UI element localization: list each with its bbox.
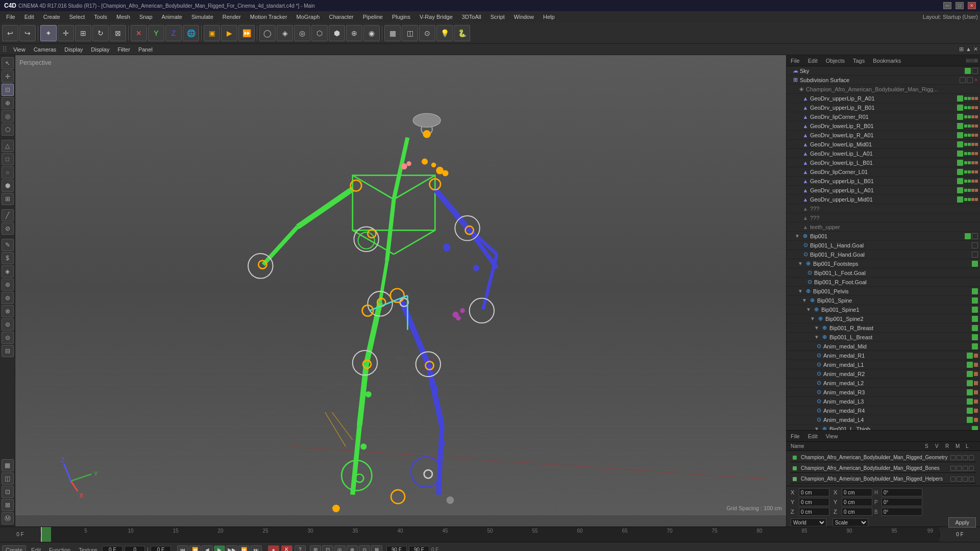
obj-row-geo2[interactable]: ▲ GeoDrv_upperLip_R_B01 xyxy=(787,103,980,112)
pelvis-expand[interactable]: ▼ xyxy=(798,288,803,294)
coord-h-val[interactable] xyxy=(881,488,922,496)
footsteps-expand[interactable]: ▼ xyxy=(798,261,803,266)
far2-1[interactable] xyxy=(967,371,973,377)
obj-row-spine1[interactable]: ▼ ⊕ Bip001_Spine1 xyxy=(787,305,980,314)
frb-1[interactable] xyxy=(972,325,978,331)
obj-row-geo5[interactable]: ▲ GeoDrv_lowerLip_R_A01 xyxy=(787,131,980,140)
subdiv-close[interactable]: ✕ xyxy=(974,77,978,83)
coord-world-select[interactable]: World Object Camera xyxy=(791,518,826,527)
transport-prev-key[interactable]: ⏪ xyxy=(189,545,201,552)
tool-10[interactable]: ⊞ xyxy=(2,193,14,205)
flag-sky-1[interactable] xyxy=(965,68,971,74)
tool-12[interactable]: ⊘ xyxy=(2,222,14,235)
toolbar-icon7[interactable]: ◉ xyxy=(363,25,380,41)
obj-row-rbreast[interactable]: ▼ ⊕ Bip001_R_Breast xyxy=(787,323,980,333)
coord-b-val[interactable] xyxy=(881,508,922,516)
menu-tools[interactable]: Tools xyxy=(90,13,111,21)
attr-row-bones[interactable]: Champion_Afro_American_Bodybuilder_Man_R… xyxy=(791,464,976,473)
obj-header-bookmarks[interactable]: Bookmarks xyxy=(871,58,903,64)
obj-row-geo3[interactable]: ▲ GeoDrv_lipCorner_R01 xyxy=(787,112,980,121)
obj-row-lbreast[interactable]: ▼ ⊕ Bip001_L_Breast xyxy=(787,333,980,342)
timeline-numbers[interactable]: 0 5 10 15 20 25 30 35 40 45 50 55 60 65 … xyxy=(41,527,939,542)
tool-13[interactable]: ✎ xyxy=(2,239,14,251)
fam-1[interactable] xyxy=(972,343,978,349)
coord-z-rot[interactable] xyxy=(842,508,872,516)
toolbar-scale[interactable]: ⊞ xyxy=(75,25,91,41)
fg9-1[interactable] xyxy=(957,169,963,175)
flag-subdiv-2[interactable] xyxy=(967,77,973,83)
menu-motion-tracker[interactable]: Motion Tracker xyxy=(246,13,291,21)
toolbar-python[interactable]: 🐍 xyxy=(454,25,470,41)
flh-1[interactable] xyxy=(972,242,978,248)
afh-2[interactable] xyxy=(957,477,962,482)
toolbar-icon9[interactable]: ◫ xyxy=(402,25,418,41)
tab-function[interactable]: Function xyxy=(46,546,74,552)
menu-vray[interactable]: V-Ray Bridge xyxy=(415,13,457,21)
obj-row-anim-mid[interactable]: ⊙ Anim_medal_Mid xyxy=(787,342,980,351)
obj-row-subdiv[interactable]: ⊞ Subdivision Surface ✕ xyxy=(787,76,980,85)
tab-texture[interactable]: Texture xyxy=(76,546,100,552)
fg6-1[interactable] xyxy=(957,141,963,147)
tool-17[interactable]: ⊚ xyxy=(2,292,14,304)
vt-icon3[interactable]: ✕ xyxy=(973,46,978,53)
vt-panel[interactable]: Panel xyxy=(136,46,155,53)
tool-move[interactable]: ✛ xyxy=(2,70,14,83)
frh-1[interactable] xyxy=(972,252,978,258)
fal3-1[interactable] xyxy=(967,398,973,405)
flb-1[interactable] xyxy=(972,334,978,340)
fbip-2[interactable] xyxy=(972,233,978,239)
rbreast-expand[interactable]: ▼ xyxy=(814,325,819,331)
afg-1[interactable] xyxy=(950,455,955,460)
obj-header-objects[interactable]: Objects xyxy=(824,58,847,64)
timeline-cursor[interactable] xyxy=(41,527,42,542)
fal4-1[interactable] xyxy=(967,417,973,423)
fsp2-1[interactable] xyxy=(972,316,978,322)
afb-3[interactable] xyxy=(963,466,968,471)
obj-row-geo10[interactable]: ▲ GeoDrv_upperLip_L_B01 xyxy=(787,177,980,186)
menu-window[interactable]: Window xyxy=(510,13,538,21)
toolbar-render-view[interactable]: ▶ xyxy=(221,25,237,41)
transport-r1[interactable]: ⊞ xyxy=(310,545,321,552)
afg-4[interactable] xyxy=(969,455,974,460)
fp-1[interactable] xyxy=(972,288,978,294)
tool-15[interactable]: ◈ xyxy=(2,265,14,278)
menu-script[interactable]: Script xyxy=(486,13,509,21)
transport-step-back[interactable]: ◀ xyxy=(202,545,213,552)
obj-header-tags[interactable]: Tags xyxy=(851,58,867,64)
fsp1-1[interactable] xyxy=(972,307,978,313)
fbip-1[interactable] xyxy=(965,233,971,239)
toolbar-z[interactable]: Z xyxy=(165,25,182,41)
viewport[interactable]: Perspective Grid Spacing : 100 cm xyxy=(15,55,786,527)
tool-bottom5[interactable]: Ⓜ xyxy=(2,512,14,524)
fg7-1[interactable] xyxy=(957,151,963,157)
obj-row-pelvis[interactable]: ▼ ⊕ Bip001_Pelvis xyxy=(787,287,980,296)
frame-left-input[interactable] xyxy=(102,546,122,551)
coord-y-rot[interactable] xyxy=(842,498,872,506)
object-list[interactable]: ☁ Sky ⊞ Subdivision Surface ✕ xyxy=(787,66,980,430)
coord-x-pos[interactable] xyxy=(799,488,829,496)
transport-key-red[interactable]: K xyxy=(281,545,292,552)
menu-3dtoall[interactable]: 3DToAll xyxy=(458,13,485,21)
obj-row-spine2[interactable]: ▼ ⊕ Bip001_Spine2 xyxy=(787,314,980,323)
menu-help[interactable]: Help xyxy=(539,13,559,21)
transport-record[interactable]: ● xyxy=(268,545,279,552)
tool-16[interactable]: ⊛ xyxy=(2,279,14,291)
obj-row-dim1[interactable]: ▲ ??? xyxy=(787,204,980,213)
tool-21[interactable]: ⊟ xyxy=(2,345,14,357)
afg-3[interactable] xyxy=(963,455,968,460)
obj-row-anim-r2[interactable]: ⊙ Anim_medal_R2 xyxy=(787,369,980,379)
tool-18[interactable]: ⊗ xyxy=(2,305,14,317)
tool-3[interactable]: ⊕ xyxy=(2,97,14,109)
spine2-expand[interactable]: ▼ xyxy=(810,316,815,321)
menu-create[interactable]: Create xyxy=(39,13,64,21)
obj-header-file[interactable]: File xyxy=(789,58,802,64)
obj-row-anim-r4[interactable]: ⊙ Anim_medal_R4 xyxy=(787,406,980,415)
spine1-expand[interactable]: ▼ xyxy=(806,307,811,312)
fg1-1[interactable] xyxy=(957,95,963,102)
coord-y-pos[interactable] xyxy=(799,498,829,506)
menu-pipeline[interactable]: Pipeline xyxy=(359,13,387,21)
transport-question[interactable]: ? xyxy=(295,545,306,552)
far3-1[interactable] xyxy=(967,389,973,395)
tool-bottom3[interactable]: ⊡ xyxy=(2,486,14,498)
tool-4[interactable]: ◎ xyxy=(2,110,14,122)
